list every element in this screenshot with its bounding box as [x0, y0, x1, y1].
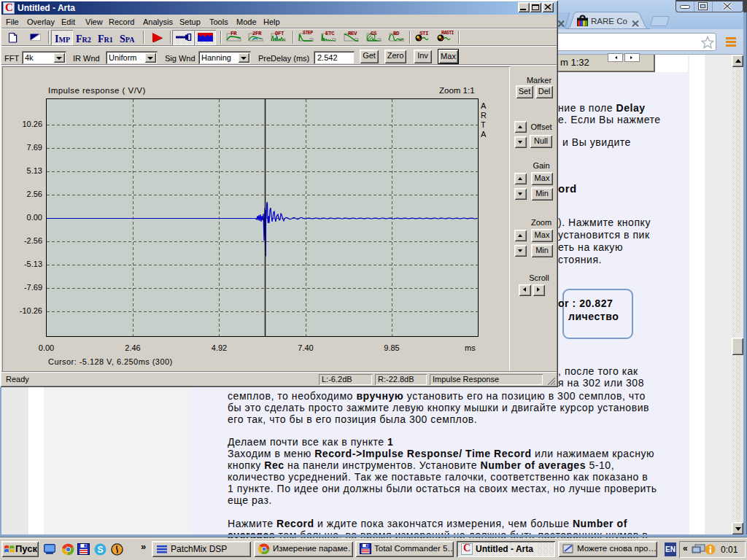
- svg-text:S: S: [97, 545, 103, 555]
